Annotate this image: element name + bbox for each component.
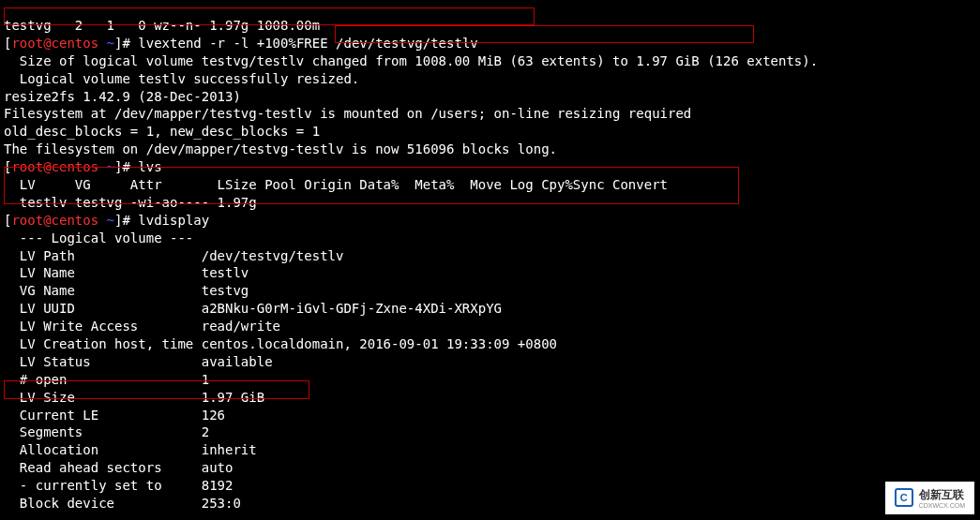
watermark-logo-icon: C <box>895 488 913 507</box>
watermark-text: 创新互联 <box>919 488 964 501</box>
terminal-output: testvg 2 1 0 wz--n- 1.97g 1008.00m[root@… <box>4 17 976 513</box>
watermark: C 创新互联 CDXWCX.COM <box>885 482 974 514</box>
watermark-sub: CDXWCX.COM <box>919 502 965 509</box>
